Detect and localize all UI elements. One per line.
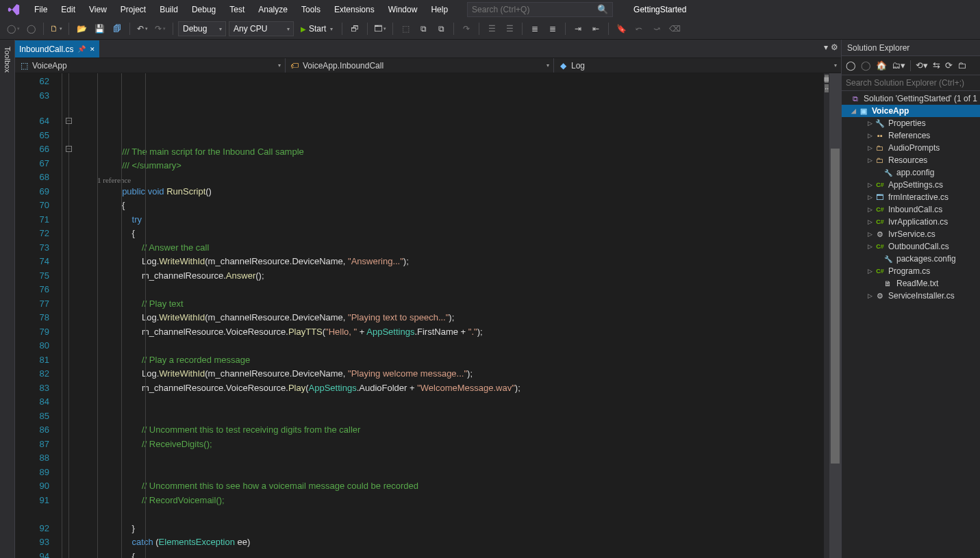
tree-item-outboundcall-cs[interactable]: ▷C#OutboundCall.cs [842,240,980,253]
save-all-button[interactable]: 🗐 [110,21,125,36]
sol-back-button[interactable]: ◯ [846,60,856,71]
expand-icon[interactable]: ▷ [866,268,875,275]
expand-icon[interactable]: ▷ [866,157,875,164]
nav-class-dropdown[interactable]: 🏷 VoiceApp.InboundCall [286,58,554,73]
expand-icon[interactable]: ▷ [866,243,875,250]
tree-item-serviceinstaller-cs[interactable]: ▷⚙ServiceInstaller.cs [842,290,980,302]
tree-item-references[interactable]: ▷▪▪References [842,129,980,142]
tab-inboundcall[interactable]: InboundCall.cs 📌 ✕ [15,40,99,58]
tree-solution-root[interactable]: ⧉Solution 'GettingStarted' (1 of 1 [842,92,980,105]
menu-window[interactable]: Window [381,2,425,17]
scrollbar-thumb[interactable] [831,149,840,464]
tree-item-appsettings-cs[interactable]: ▷C#AppSettings.cs [842,179,980,191]
comment-button[interactable]: ≣ [527,21,542,36]
fold-toggle[interactable]: − [66,118,72,124]
redo-button[interactable]: ↷ [153,21,168,36]
menu-file[interactable]: File [27,2,54,17]
tb-icon-7[interactable]: ☰ [502,21,517,36]
tree-item-audioprompts[interactable]: ▷🗀AudioPrompts [842,142,980,154]
tree-item-packages-config[interactable]: 🔧packages.config [842,253,980,265]
expand-icon[interactable]: ▷ [866,292,875,299]
expand-icon[interactable]: ▷ [866,181,875,188]
sol-switch-button[interactable]: 🗂▾ [892,60,905,71]
tree-item-resources[interactable]: ▷🗀Resources [842,154,980,166]
csharp-icon: C# [875,241,885,252]
solution-tree[interactable]: ⧉Solution 'GettingStarted' (1 of 1 ◢▣Voi… [842,91,980,558]
bookmark-button[interactable]: 🔖 [614,21,629,36]
sol-collapse-button[interactable]: ⇆ [933,60,940,71]
tree-project-voiceapp[interactable]: ◢▣VoiceApp [842,105,980,117]
tb-icon-2[interactable]: 🗔 [373,21,388,36]
tb-icon-6[interactable]: ☰ [484,21,499,36]
code-text[interactable]: /// The main script for the Inbound Call… [97,73,824,558]
tb-icon-4[interactable]: ⧉ [416,21,431,36]
tree-item-frminteractive-cs[interactable]: ▷🗔frmInteractive.cs [842,191,980,203]
start-debug-button[interactable]: ▶Start [297,21,337,36]
menu-analyze[interactable]: Analyze [251,2,294,17]
tree-item-ivrservice-cs[interactable]: ▷⚙IvrService.cs [842,228,980,240]
global-search-input[interactable] [472,5,597,14]
undo-button[interactable]: ↶ [135,21,150,36]
tree-item-ivrapplication-cs[interactable]: ▷C#IvrApplication.cs [842,216,980,228]
fold-toggle[interactable]: − [66,146,72,152]
nav-back-button[interactable]: ◯ [5,21,21,36]
expand-icon[interactable]: ▷ [866,120,875,127]
open-file-button[interactable]: 📂 [74,21,89,36]
prev-bookmark-button[interactable]: ⤺ [631,21,646,36]
menu-project[interactable]: Project [114,2,153,17]
clear-bookmarks-button[interactable]: ⌫ [667,21,682,36]
code-editor[interactable]: 6263 64656667686970717273747576777879808… [15,73,841,558]
split-handle[interactable]: ▤↔ [824,73,829,558]
menu-extensions[interactable]: Extensions [327,2,381,17]
toolbox-tab[interactable]: Toolbox [2,42,13,77]
next-bookmark-button[interactable]: ⤻ [649,21,664,36]
tree-item-readme-txt[interactable]: 🗎ReadMe.txt [842,277,980,290]
tb-icon-5[interactable]: ⧉ [434,21,449,36]
nav-fwd-button[interactable]: ◯ [23,21,38,36]
tb-icon-1[interactable]: 🗗 [347,21,362,36]
menu-help[interactable]: Help [424,2,455,17]
new-item-button[interactable]: 🗋 [49,21,64,36]
sol-fwd-button[interactable]: ◯ [861,60,871,71]
expand-icon[interactable]: ▷ [866,206,875,213]
tree-item-app-config[interactable]: 🔧app.config [842,166,980,179]
solution-search-input[interactable] [846,78,976,88]
step-over-button[interactable]: ↷ [459,21,474,36]
tree-item-inboundcall-cs[interactable]: ▷C#InboundCall.cs [842,203,980,216]
uncomment-button[interactable]: ≣ [545,21,560,36]
sol-showall-button[interactable]: 🗀 [957,60,966,71]
nav-member-dropdown[interactable]: ◆ Log [554,58,841,73]
expand-icon[interactable]: ▷ [866,132,875,139]
expand-icon[interactable]: ◢ [850,107,858,114]
solution-search[interactable] [842,75,980,91]
save-button[interactable]: 💾 [92,21,107,36]
expand-icon[interactable]: ▷ [866,231,875,238]
menu-build[interactable]: Build [153,2,185,17]
pin-icon[interactable]: 📌 [77,45,86,53]
indent-button[interactable]: ⇥ [570,21,586,36]
nav-scope-dropdown[interactable]: ⬚ VoiceApp [15,58,286,73]
menu-debug[interactable]: Debug [185,2,223,17]
platform-dropdown[interactable]: Any CPU [229,21,294,36]
global-search[interactable]: 🔍 [467,2,613,17]
menu-view[interactable]: View [82,2,114,17]
sol-refresh-button[interactable]: ⟳ [945,60,953,71]
tb-icon-3[interactable]: ⬚ [398,21,413,36]
tree-item-program-cs[interactable]: ▷C#Program.cs [842,265,980,277]
close-icon[interactable]: ✕ [90,46,95,53]
sol-sync-button[interactable]: ⟲▾ [916,60,928,71]
vertical-scrollbar[interactable] [829,73,841,558]
sol-home-button[interactable]: 🏠 [876,60,887,71]
expand-icon[interactable]: ▷ [866,144,875,151]
tab-settings-button[interactable]: ⚙ [831,42,838,52]
menu-tools[interactable]: Tools [294,2,327,17]
config-dropdown[interactable]: Debug [178,21,226,36]
outdent-button[interactable]: ⇤ [588,21,603,36]
expand-icon[interactable]: ▷ [866,194,875,201]
expand-icon[interactable]: ▷ [866,218,875,225]
menu-edit[interactable]: Edit [54,2,82,17]
menu-test[interactable]: Test [223,2,251,17]
tab-overflow-button[interactable]: ▾ [824,42,828,52]
tree-item-properties[interactable]: ▷🔧Properties [842,117,980,129]
csharp-icon: C# [875,204,885,215]
